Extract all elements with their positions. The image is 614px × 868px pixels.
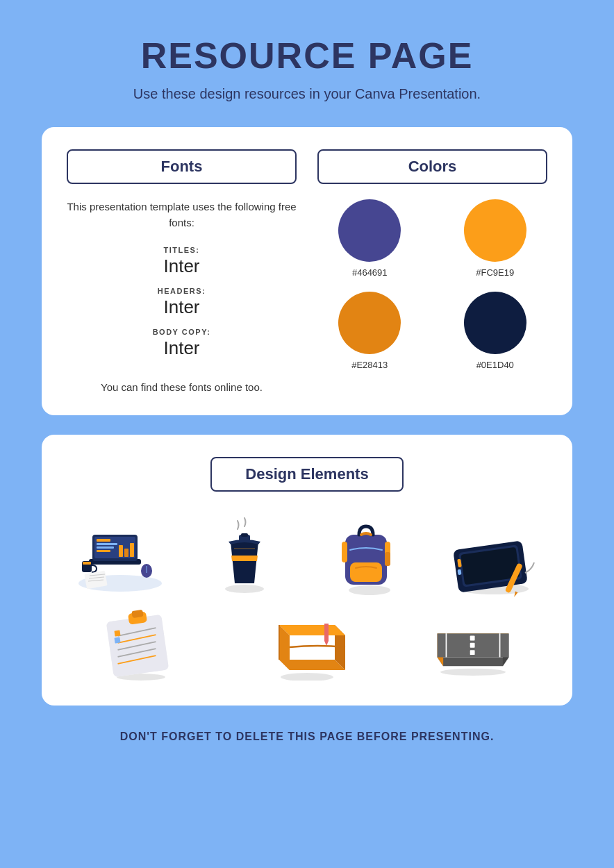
svg-rect-4 bbox=[97, 539, 110, 542]
clipboard-element bbox=[99, 604, 183, 681]
colors-section: Colors #464691 #FC9E19 #E28413 #0E1D40 bbox=[317, 149, 547, 370]
svg-point-19 bbox=[225, 585, 264, 593]
design-elements-header: Design Elements bbox=[61, 457, 553, 492]
svg-rect-47 bbox=[114, 630, 120, 636]
headers-font-entry: HEADERS: Inter bbox=[67, 287, 297, 318]
design-elements-card: Design Elements bbox=[42, 435, 572, 706]
backpack-element bbox=[321, 514, 418, 597]
coffee-cup-element bbox=[196, 514, 293, 597]
page-subtitle: Use these design resources in your Canva… bbox=[133, 86, 481, 102]
colors-grid: #464691 #FC9E19 #E28413 #0E1D40 bbox=[317, 199, 547, 370]
body-font-name: Inter bbox=[163, 337, 199, 358]
svg-rect-28 bbox=[385, 552, 390, 566]
color-swatch-4: #0E1D40 bbox=[464, 292, 526, 370]
titles-font-entry: TITLES: Inter bbox=[67, 246, 297, 277]
svg-rect-21 bbox=[241, 533, 248, 537]
footer-warning: DON'T FORGET TO DELETE THIS PAGE BEFORE … bbox=[120, 731, 495, 743]
notebook-element bbox=[265, 604, 349, 681]
color-circle-4 bbox=[464, 292, 526, 354]
svg-rect-53 bbox=[470, 636, 475, 641]
color-swatch-2: #FC9E19 bbox=[464, 199, 526, 278]
titles-font-name: Inter bbox=[163, 256, 199, 276]
titles-font-category: TITLES: bbox=[67, 246, 297, 254]
design-elements-row2 bbox=[61, 604, 553, 681]
svg-rect-48 bbox=[114, 637, 120, 643]
color-hex-4: #0E1D40 bbox=[476, 360, 514, 370]
design-elements-row1 bbox=[61, 514, 553, 597]
headers-font-name: Inter bbox=[163, 297, 199, 317]
svg-rect-25 bbox=[350, 562, 382, 582]
svg-rect-9 bbox=[124, 549, 128, 557]
page-title: RESOURCE PAGE bbox=[141, 35, 474, 76]
svg-point-49 bbox=[281, 673, 333, 681]
design-elements-label: Design Elements bbox=[210, 457, 403, 492]
laptop-workspace-element bbox=[72, 514, 169, 597]
fonts-colors-card: Fonts This presentation template uses th… bbox=[42, 127, 572, 415]
body-font-category: BODY COPY: bbox=[67, 328, 297, 336]
svg-rect-10 bbox=[130, 543, 134, 557]
road-element bbox=[431, 604, 515, 681]
fonts-footer-note: You can find these fonts online too. bbox=[67, 381, 297, 393]
fonts-section: Fonts This presentation template uses th… bbox=[67, 149, 297, 393]
color-swatch-1: #464691 bbox=[338, 199, 401, 278]
color-swatch-3: #E28413 bbox=[338, 292, 401, 370]
color-circle-2 bbox=[464, 199, 526, 262]
fonts-label: Fonts bbox=[67, 149, 297, 184]
svg-point-23 bbox=[349, 585, 390, 595]
colors-label: Colors bbox=[317, 149, 547, 184]
svg-rect-54 bbox=[470, 643, 475, 648]
svg-rect-26 bbox=[342, 542, 347, 562]
body-font-entry: BODY COPY: Inter bbox=[67, 328, 297, 359]
svg-point-52 bbox=[440, 669, 506, 676]
drawing-tablet-element bbox=[445, 514, 542, 597]
svg-rect-6 bbox=[97, 546, 114, 549]
color-circle-1 bbox=[338, 199, 401, 262]
color-hex-3: #E28413 bbox=[351, 360, 388, 370]
svg-rect-5 bbox=[97, 543, 117, 545]
color-hex-1: #464691 bbox=[352, 267, 388, 278]
svg-rect-55 bbox=[470, 650, 475, 655]
svg-rect-14 bbox=[83, 562, 91, 565]
fonts-description: This presentation template uses the foll… bbox=[67, 199, 297, 231]
svg-rect-8 bbox=[119, 545, 123, 557]
color-circle-3 bbox=[338, 292, 401, 354]
headers-font-category: HEADERS: bbox=[67, 287, 297, 295]
svg-rect-7 bbox=[97, 550, 110, 552]
color-hex-2: #FC9E19 bbox=[476, 267, 514, 278]
svg-rect-50 bbox=[324, 624, 329, 641]
